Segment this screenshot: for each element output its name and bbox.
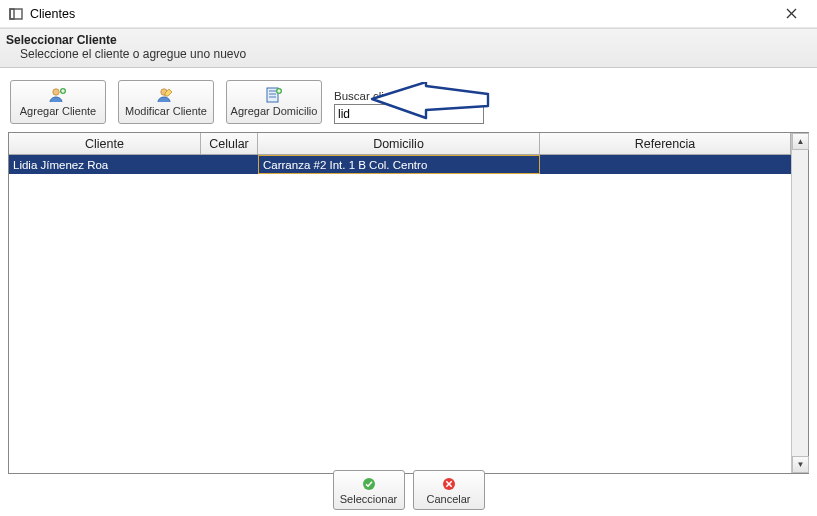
scroll-up-button[interactable]: ▲ <box>792 133 809 150</box>
cancel-button[interactable]: Cancelar <box>413 470 485 510</box>
cancel-label: Cancelar <box>426 493 470 505</box>
column-header-domicilio[interactable]: Domicilio <box>258 133 540 154</box>
scroll-track[interactable] <box>792 150 808 456</box>
add-user-icon <box>49 87 67 103</box>
add-address-icon <box>265 87 283 103</box>
svg-rect-1 <box>10 9 14 19</box>
chevron-up-icon: ▲ <box>797 137 805 146</box>
add-address-label: Agregar Domicilio <box>231 105 318 117</box>
cancel-icon <box>441 476 457 492</box>
svg-rect-0 <box>10 9 22 19</box>
select-button[interactable]: Seleccionar <box>333 470 405 510</box>
add-address-button[interactable]: Agregar Domicilio <box>226 80 322 124</box>
close-icon <box>786 6 797 22</box>
cell-cliente: Lidia Jímenez Roa <box>9 155 201 174</box>
svg-point-4 <box>53 89 59 95</box>
search-input[interactable] <box>334 104 484 124</box>
window-close-button[interactable] <box>771 2 811 26</box>
app-icon <box>8 6 24 22</box>
window-title: Clientes <box>30 7 75 21</box>
add-client-button[interactable]: Agregar Cliente <box>10 80 106 124</box>
select-label: Seleccionar <box>340 493 397 505</box>
column-header-celular[interactable]: Celular <box>201 133 258 154</box>
prompt-subtext: Seleccione el cliente o agregue uno nuev… <box>6 47 809 61</box>
vertical-scrollbar[interactable]: ▲ ▼ <box>791 133 808 473</box>
column-header-cliente[interactable]: Cliente <box>9 133 201 154</box>
search-label: Buscar cliente por <box>334 90 494 102</box>
prompt-header: Seleccionar Cliente <box>6 33 809 47</box>
edit-user-icon <box>157 87 175 103</box>
column-header-referencia[interactable]: Referencia <box>540 133 791 154</box>
cell-referencia <box>540 155 791 174</box>
cell-domicilio: Carranza #2 Int. 1 B Col. Centro <box>258 155 540 174</box>
table-row[interactable]: Lidia Jímenez Roa Carranza #2 Int. 1 B C… <box>9 155 791 174</box>
edit-client-button[interactable]: Modificar Cliente <box>118 80 214 124</box>
add-client-label: Agregar Cliente <box>20 105 96 117</box>
cell-celular <box>201 155 258 174</box>
edit-client-label: Modificar Cliente <box>125 105 207 117</box>
chevron-down-icon: ▼ <box>797 460 805 469</box>
check-icon <box>361 476 377 492</box>
